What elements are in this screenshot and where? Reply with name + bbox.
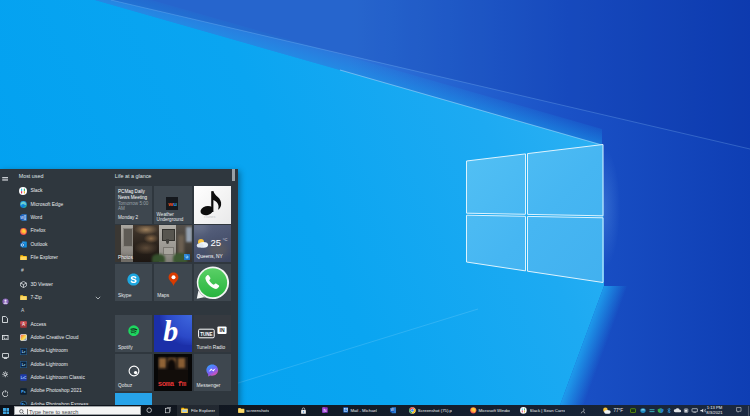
svg-text:TUNE: TUNE	[200, 332, 213, 337]
svg-text:N: N	[323, 408, 326, 413]
svg-text:IN: IN	[219, 327, 224, 333]
